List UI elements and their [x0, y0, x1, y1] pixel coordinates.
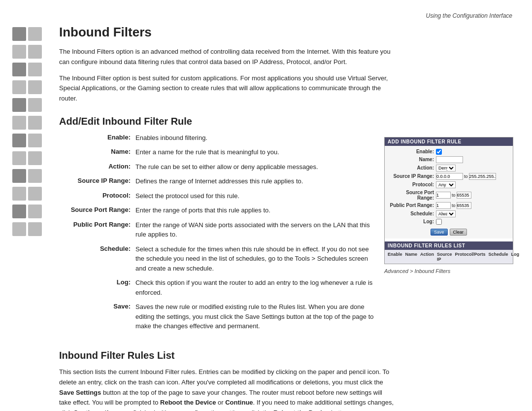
field-label-protocol: Protocol:	[59, 191, 135, 199]
widget-row-action: Action: Deny Allow	[390, 165, 508, 171]
sidebar-square	[12, 222, 26, 236]
field-row-action: Action: The rule can be set to either al…	[59, 162, 374, 172]
widget-enable-label: Enable:	[390, 149, 434, 154]
widget-list-columns: Enable Name Action Source IP Protocol/Po…	[388, 252, 510, 262]
rules-list-title: Inbound Filter Rules List	[59, 350, 522, 361]
widget-enable-checkbox[interactable]	[436, 149, 442, 155]
page-title: Inbound Filters	[59, 25, 522, 40]
field-label-log: Log:	[59, 278, 135, 286]
widget-to-label: to	[464, 174, 468, 179]
field-value-enable: Enables inbound filtering.	[135, 133, 207, 143]
widget-action-select[interactable]: Deny Allow	[436, 165, 456, 171]
sidebar-block	[12, 116, 42, 130]
sidebar-block	[12, 45, 42, 59]
field-row-log: Log: Check this option if you want the r…	[59, 278, 374, 297]
sidebar-square	[12, 134, 26, 147]
sidebar-square	[12, 45, 26, 59]
field-descriptions: Enable: Enables inbound filtering. Name:…	[59, 133, 374, 336]
widget-buttons: Save Clear	[390, 227, 508, 236]
main-content: Inbound Filters The Inbound Filters opti…	[59, 0, 522, 411]
widget-list-header: INBOUND FILTER RULES LIST	[385, 241, 513, 250]
col-protocol-ports: Protocol/Ports	[455, 252, 486, 262]
widget-source-port-from[interactable]	[436, 192, 451, 199]
sidebar-square	[28, 63, 42, 76]
sidebar-square	[12, 116, 26, 130]
sidebar-square	[12, 169, 26, 183]
sidebar-block	[12, 134, 42, 147]
widget-list-body: Enable Name Action Source IP Protocol/Po…	[385, 250, 513, 264]
widget-to2: to	[452, 193, 456, 198]
widget-log-label: Log:	[390, 219, 434, 224]
widget-row-public-port: Public Port Range: to	[390, 202, 508, 209]
sidebar-square	[28, 134, 42, 147]
field-label-name: Name:	[59, 147, 135, 155]
widget-log-checkbox[interactable]	[436, 219, 442, 225]
intro-paragraph-1: The Inbound Filters option is an advance…	[59, 47, 394, 68]
widget-save-button[interactable]: Save	[431, 229, 448, 236]
col-action: Action	[420, 252, 434, 262]
field-row-name: Name: Enter a name for the rule that is …	[59, 147, 374, 157]
sidebar-square	[12, 63, 26, 76]
field-row-schedule: Schedule: Select a schedule for the time…	[59, 244, 374, 274]
widget-clear-button[interactable]: Clear	[450, 229, 467, 236]
widget-name-input[interactable]	[436, 156, 463, 163]
widget-source-port-to[interactable]	[457, 192, 471, 199]
rules-list-text: This section lists the current Inbound F…	[59, 367, 394, 411]
sidebar-square	[12, 205, 26, 218]
field-row-source-ip: Source IP Range: Defines the range of In…	[59, 176, 374, 186]
field-value-action: The rule can be set to either allow or d…	[135, 162, 318, 172]
field-row-save: Save: Saves the new rule or modified exi…	[59, 302, 374, 331]
sidebar	[0, 0, 54, 411]
sidebar-block	[12, 27, 42, 41]
widget-area: ADD INBOUND FILTER RULE Enable: Name: Ac…	[384, 133, 522, 336]
field-value-save: Saves the new rule or modified existing …	[135, 302, 374, 331]
sidebar-square	[28, 98, 42, 112]
sidebar-block	[12, 98, 42, 112]
rules-list-section: Inbound Filter Rules List This section l…	[59, 350, 522, 411]
widget-protocol-select[interactable]: Any TCP UDP	[436, 181, 456, 188]
widget-source-ip-to[interactable]	[469, 173, 496, 180]
field-value-public-port: Enter the range of WAN side ports associ…	[135, 220, 374, 240]
widget-row-name: Name:	[390, 156, 508, 163]
two-col-layout: Enable: Enables inbound filtering. Name:…	[59, 133, 522, 336]
sidebar-block	[12, 222, 42, 236]
field-label-action: Action:	[59, 162, 135, 170]
sidebar-square	[28, 222, 42, 236]
widget-row-protocol: Protocol: Any TCP UDP	[390, 181, 508, 188]
field-label-public-port: Public Port Range:	[59, 220, 135, 228]
field-label-source-port: Source Port Range:	[59, 206, 135, 213]
col-name: Name	[405, 252, 418, 262]
sidebar-block	[12, 205, 42, 218]
field-label-schedule: Schedule:	[59, 244, 135, 252]
widget-schedule-select[interactable]: Always	[436, 210, 456, 217]
sidebar-square	[28, 116, 42, 130]
sidebar-block	[12, 80, 42, 94]
sidebar-square	[28, 169, 42, 183]
widget-name-label: Name:	[390, 157, 434, 162]
widget-public-port-to[interactable]	[457, 202, 471, 209]
header-note: Using the Configuration Interface	[426, 12, 512, 19]
widget-body: Enable: Name: Action: Deny Allow	[385, 146, 513, 239]
widget-public-port-label: Public Port Range:	[390, 203, 434, 208]
widget-source-ip-from[interactable]	[436, 173, 463, 180]
sidebar-block	[12, 187, 42, 201]
sidebar-square	[12, 151, 26, 165]
col-enable: Enable	[388, 252, 402, 262]
sidebar-square	[12, 98, 26, 112]
sidebar-block	[12, 63, 42, 76]
widget-caption: Advanced > Inbound Filters	[384, 268, 450, 274]
sidebar-square	[28, 27, 42, 41]
widget-source-port-label: Source Port Range:	[390, 190, 434, 201]
field-value-protocol: Select the protocol used for this rule.	[135, 191, 239, 201]
field-label-enable: Enable:	[59, 133, 135, 141]
sidebar-square	[28, 187, 42, 201]
sidebar-square	[12, 187, 26, 201]
field-value-source-ip: Defines the range of Internet addresses …	[135, 176, 303, 186]
sidebar-square	[28, 205, 42, 218]
widget-protocol-label: Protocol:	[390, 182, 434, 187]
widget-schedule-label: Schedule:	[390, 211, 434, 216]
widget-public-port-from[interactable]	[436, 202, 451, 209]
sidebar-square	[12, 80, 26, 94]
sidebar-square	[28, 45, 42, 59]
field-row-source-port: Source Port Range: Enter the range of po…	[59, 206, 374, 215]
